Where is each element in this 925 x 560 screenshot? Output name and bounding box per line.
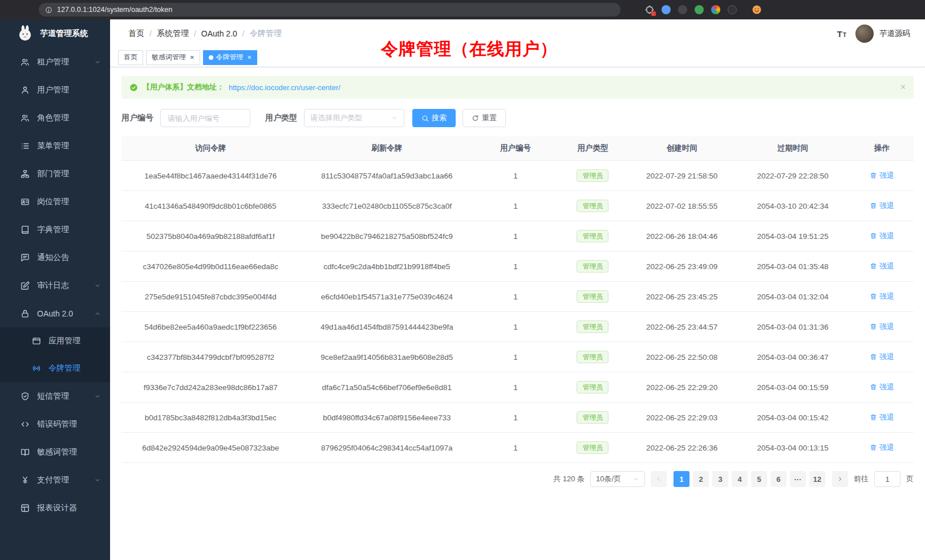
page-size-select[interactable]: 10条/页	[590, 471, 645, 487]
sidebar-item-menu[interactable]: 菜单管理	[0, 132, 110, 160]
extension-dark-icon[interactable]	[678, 5, 687, 14]
page-size-value: 10条/页	[596, 474, 621, 484]
force-logout-button[interactable]: 强退	[870, 443, 894, 453]
sidebar-item-label: 用户管理	[37, 85, 69, 95]
sidebar-item-user[interactable]: 用户管理	[0, 76, 110, 104]
chevron-down-icon	[94, 393, 101, 400]
force-logout-button[interactable]: 强退	[870, 171, 894, 181]
sidebar-item-dept[interactable]: 部门管理	[0, 160, 110, 188]
sidebar-item-role[interactable]: 角色管理	[0, 104, 110, 132]
sidebar-item-oauth2-app[interactable]: 应用管理	[0, 327, 110, 355]
trash-icon	[870, 444, 877, 451]
sidebar-item-sensitive[interactable]: 敏感词管理	[0, 438, 110, 466]
page-button-2[interactable]: 2	[693, 471, 709, 487]
doc-link[interactable]: https://doc.iocoder.cn/user-center/	[229, 83, 340, 92]
sidebar-item-label: 报表设计器	[37, 503, 77, 513]
sidebar-item-report[interactable]: 报表设计器	[0, 494, 110, 522]
sidebar: 芋道管理系统 租户管理用户管理角色管理菜单管理部门管理岗位管理字典管理通知公告审…	[0, 19, 110, 560]
tab-label: 敏感词管理	[152, 52, 186, 62]
chevron-up-icon	[94, 310, 101, 317]
page-button-6[interactable]: 6	[770, 471, 786, 487]
breadcrumb-item-3: 令牌管理	[250, 29, 282, 39]
extension-dark2-icon[interactable]	[728, 5, 737, 14]
tab-2[interactable]: 令牌管理×	[203, 50, 258, 65]
sidebar-item-oauth2[interactable]: OAuth 2.0	[0, 299, 110, 327]
refresh-token-cell: 811c530487574fa0af1a59d3abc1aa66	[300, 161, 474, 191]
chevron-down-icon	[94, 477, 101, 484]
sidebar-item-pay[interactable]: 支付管理	[0, 466, 110, 494]
breadcrumb-item-1[interactable]: 系统管理	[157, 29, 189, 39]
reset-button[interactable]: 重置	[462, 109, 506, 127]
username[interactable]: 芋道源码	[879, 29, 910, 39]
user-id-cell: 1	[474, 312, 557, 342]
extensions-puzzle-icon[interactable]	[645, 5, 654, 14]
info-icon[interactable]	[45, 6, 52, 14]
active-tab-dot	[209, 55, 213, 60]
tab-close-icon[interactable]: ×	[190, 54, 194, 61]
topbar-actions: TT 芋道源码	[801, 25, 915, 43]
page-buttons: 123456···12	[674, 471, 825, 487]
sidebar-item-post[interactable]: 岗位管理	[0, 188, 110, 216]
column-header-4: 创建时间	[628, 136, 736, 161]
user-type-badge: 管理员	[577, 441, 608, 454]
trash-icon	[870, 293, 877, 300]
user-type-select[interactable]: 请选择用户类型	[304, 109, 404, 127]
next-page-button[interactable]	[832, 471, 848, 487]
force-logout-button[interactable]: 强退	[870, 231, 894, 241]
breadcrumb-item-2[interactable]: OAuth 2.0	[201, 29, 237, 38]
app-logo[interactable]: 芋道管理系统	[0, 19, 110, 48]
force-logout-button[interactable]: 强退	[870, 352, 894, 362]
url-text: 127.0.0.1:1024/system/oauth2/token	[57, 6, 172, 14]
page-button-4[interactable]: 4	[732, 471, 748, 487]
breadcrumb: 首页/系统管理/OAuth 2.0/令牌管理	[128, 29, 282, 39]
sidebar-item-label: 敏感词管理	[37, 447, 77, 457]
breadcrumb-separator: /	[194, 29, 196, 38]
sidebar-item-dict[interactable]: 字典管理	[0, 216, 110, 244]
prev-page-button[interactable]	[651, 471, 667, 487]
sidebar-item-oauth2-token[interactable]: 令牌管理	[0, 355, 110, 382]
expire-time-cell: 2054-03-04 01:35:48	[735, 251, 850, 282]
tab-close-icon[interactable]: ×	[248, 54, 252, 61]
user-id-cell: 1	[474, 161, 557, 191]
profile-avatar-icon[interactable]	[752, 5, 762, 15]
create-time-cell: 2022-06-25 22:29:20	[628, 372, 736, 403]
sidebar-item-notice[interactable]: 通知公告	[0, 244, 110, 271]
address-bar[interactable]: 127.0.0.1:1024/system/oauth2/token	[39, 3, 620, 17]
sidebar-item-label: OAuth 2.0	[37, 309, 73, 318]
user-type-badge: 管理员	[577, 351, 608, 363]
page-button-5[interactable]: 5	[751, 471, 767, 487]
table-row: b0d1785bc3a8482f812db4a3f3bd15ecb0df4980…	[121, 403, 914, 433]
tab-0[interactable]: 首页	[118, 50, 143, 65]
user-type-badge: 管理员	[577, 230, 608, 242]
user-avatar[interactable]	[855, 25, 874, 43]
page-button-12[interactable]: 12	[809, 471, 825, 487]
font-size-icon[interactable]: TT	[837, 29, 846, 39]
user-type-badge: 管理员	[577, 381, 608, 393]
expire-time-cell: 2054-03-04 00:36:47	[735, 342, 850, 372]
force-logout-button[interactable]: 强退	[870, 412, 894, 423]
force-logout-button[interactable]: 强退	[870, 201, 894, 211]
sidebar-item-sms[interactable]: 短信管理	[0, 382, 110, 410]
create-time-cell: 2022-06-25 22:50:08	[628, 342, 736, 372]
expire-time-cell: 2054-03-04 01:31:36	[735, 312, 850, 342]
alert-close-icon[interactable]: ×	[900, 83, 906, 92]
extension-colorful-icon[interactable]	[711, 5, 720, 14]
extension-blue-icon[interactable]	[662, 5, 671, 14]
sidebar-item-errcode[interactable]: 错误码管理	[0, 410, 110, 438]
more-pages-button[interactable]: ···	[790, 471, 806, 487]
extension-green-icon[interactable]	[695, 5, 704, 14]
sidebar-item-audit[interactable]: 审计日志	[0, 271, 110, 299]
page-button-3[interactable]: 3	[712, 471, 728, 487]
tab-1[interactable]: 敏感词管理×	[146, 50, 200, 65]
force-logout-button[interactable]: 强退	[870, 291, 894, 302]
breadcrumb-item-0[interactable]: 首页	[128, 29, 144, 39]
expire-time-cell: 2054-03-04 00:15:42	[735, 403, 850, 433]
force-logout-button[interactable]: 强退	[870, 261, 894, 271]
search-button[interactable]: 搜索	[412, 109, 456, 127]
force-logout-button[interactable]: 强退	[870, 322, 894, 332]
goto-page-input[interactable]	[874, 471, 900, 487]
user-id-input[interactable]	[160, 109, 250, 127]
page-button-1[interactable]: 1	[674, 471, 689, 487]
force-logout-button[interactable]: 强退	[870, 382, 894, 392]
sidebar-item-tenant[interactable]: 租户管理	[0, 48, 110, 76]
